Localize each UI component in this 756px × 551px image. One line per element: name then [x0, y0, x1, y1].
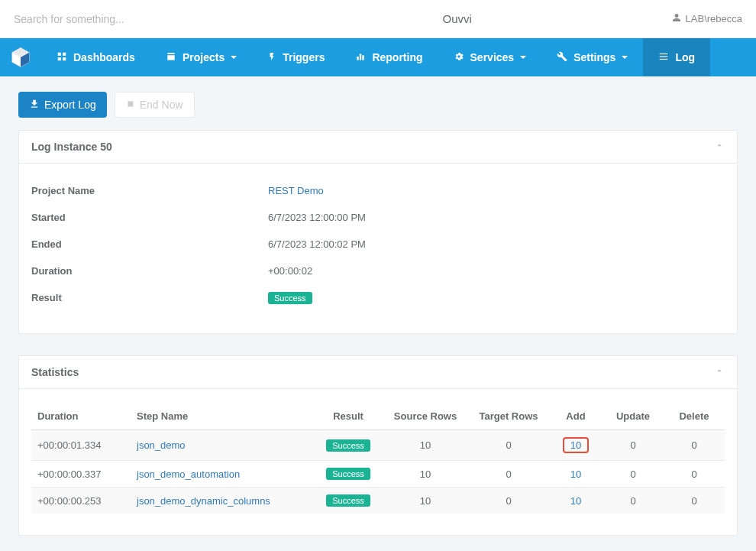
result-badge: Success — [268, 292, 312, 304]
svg-rect-3 — [58, 52, 61, 55]
step-link[interactable]: json_demo — [137, 439, 186, 451]
cell-update: 0 — [603, 488, 664, 514]
svg-rect-13 — [128, 102, 133, 107]
svg-rect-4 — [63, 52, 66, 55]
cell-delete: 0 — [664, 430, 725, 461]
caret-down-icon — [520, 56, 526, 59]
statistics-title: Statistics — [31, 366, 79, 378]
log-instance-panel: Log Instance 50 Project Name REST Demo S… — [18, 130, 738, 334]
cell-update: 0 — [603, 461, 664, 488]
user-block[interactable]: LAB\rebecca — [672, 13, 742, 24]
cell-duration: +00:00:00.337 — [31, 461, 131, 488]
triggers-icon — [267, 51, 276, 64]
svg-rect-12 — [660, 58, 668, 59]
nav-projects[interactable]: Projects — [150, 38, 252, 76]
reporting-icon — [355, 51, 366, 64]
result-badge: Success — [326, 468, 370, 480]
navbar: DashboardsProjectsTriggersReportingServi… — [0, 38, 756, 76]
search-input[interactable] — [14, 13, 243, 25]
nav-label: Triggers — [283, 51, 325, 63]
log-icon — [658, 51, 669, 64]
result-badge: Success — [326, 439, 370, 452]
step-link[interactable]: json_demo_automation — [137, 468, 240, 480]
table-row: +00:00:00.337json_demo_automationSuccess… — [31, 461, 725, 488]
col-result: Result — [314, 403, 383, 430]
user-label: LAB\rebecca — [686, 13, 742, 24]
col-delete: Delete — [664, 403, 725, 430]
result-badge: Success — [326, 494, 370, 507]
svg-rect-7 — [357, 57, 359, 60]
nav-label: Reporting — [372, 51, 422, 63]
cell-target: 0 — [468, 461, 549, 488]
brand-title: Ouvvi — [243, 12, 672, 25]
table-row: +00:00:01.334json_demoSuccess1001000 — [31, 430, 725, 461]
dashboards-icon — [57, 51, 67, 64]
cell-target: 0 — [468, 430, 549, 461]
page-content: Export Log End Now Log Instance 50 Proje… — [0, 76, 756, 551]
end-now-label: End Now — [140, 99, 183, 111]
nav-label: Projects — [183, 51, 225, 63]
duration-value: +00:00:02 — [268, 265, 312, 277]
duration-label: Duration — [31, 265, 268, 277]
add-link[interactable]: 10 — [570, 468, 581, 480]
svg-rect-9 — [363, 55, 364, 60]
nav-settings[interactable]: Settings — [541, 38, 643, 76]
projects-icon — [166, 51, 176, 64]
nav-dashboards[interactable]: Dashboards — [41, 38, 150, 76]
statistics-table: Duration Step Name Result Source Rows Ta… — [31, 403, 725, 514]
nav-label: Log — [675, 51, 695, 63]
svg-rect-8 — [360, 53, 361, 60]
col-source-rows: Source Rows — [383, 403, 468, 430]
settings-icon — [557, 51, 567, 64]
add-link[interactable]: 10 — [570, 439, 581, 451]
statistics-panel: Statistics Duration Step Name Result Sou… — [18, 355, 738, 536]
ended-label: Ended — [31, 238, 268, 250]
services-icon — [454, 51, 464, 64]
cell-source: 10 — [383, 461, 468, 488]
cell-duration: +00:00:01.334 — [31, 430, 131, 461]
user-icon — [672, 13, 681, 24]
col-add: Add — [549, 403, 603, 430]
nav-label: Settings — [573, 51, 615, 63]
chevron-up-icon[interactable] — [714, 140, 725, 154]
nav-triggers[interactable]: Triggers — [252, 38, 340, 76]
app-logo[interactable] — [0, 38, 41, 76]
col-target-rows: Target Rows — [468, 403, 549, 430]
cell-source: 10 — [383, 430, 468, 461]
caret-down-icon — [231, 56, 237, 59]
export-log-button[interactable]: Export Log — [18, 92, 107, 118]
started-label: Started — [31, 212, 268, 223]
svg-rect-10 — [660, 53, 668, 53]
caret-down-icon — [622, 56, 628, 59]
cell-update: 0 — [603, 430, 664, 461]
add-link[interactable]: 10 — [570, 495, 581, 507]
cell-duration: +00:00:00.253 — [31, 488, 131, 514]
topbar: Ouvvi LAB\rebecca — [0, 0, 756, 38]
svg-rect-6 — [63, 57, 66, 60]
cell-source: 10 — [383, 488, 468, 514]
nav-label: Dashboards — [73, 51, 135, 63]
export-log-label: Export Log — [44, 99, 96, 111]
cell-delete: 0 — [664, 461, 725, 488]
svg-rect-11 — [660, 56, 668, 57]
chevron-up-icon[interactable] — [714, 365, 725, 379]
col-duration: Duration — [31, 403, 131, 430]
nav-label: Services — [470, 51, 515, 63]
nav-reporting[interactable]: Reporting — [340, 38, 438, 76]
stop-icon — [126, 99, 135, 111]
started-value: 6/7/2023 12:00:00 PM — [268, 212, 366, 223]
nav-log[interactable]: Log — [643, 38, 710, 76]
nav-services[interactable]: Services — [438, 38, 542, 76]
download-icon — [29, 99, 40, 112]
table-row: +00:00:00.253json_demo_dynamic_columnsSu… — [31, 488, 725, 514]
step-link[interactable]: json_demo_dynamic_columns — [137, 495, 270, 507]
end-now-button: End Now — [115, 92, 195, 118]
cell-target: 0 — [468, 488, 549, 514]
ended-value: 6/7/2023 12:00:02 PM — [268, 238, 366, 250]
svg-rect-5 — [58, 57, 61, 60]
project-name-link[interactable]: REST Demo — [268, 185, 324, 196]
cell-delete: 0 — [664, 488, 725, 514]
result-label: Result — [31, 292, 268, 304]
project-name-label: Project Name — [31, 185, 268, 196]
col-update: Update — [603, 403, 664, 430]
